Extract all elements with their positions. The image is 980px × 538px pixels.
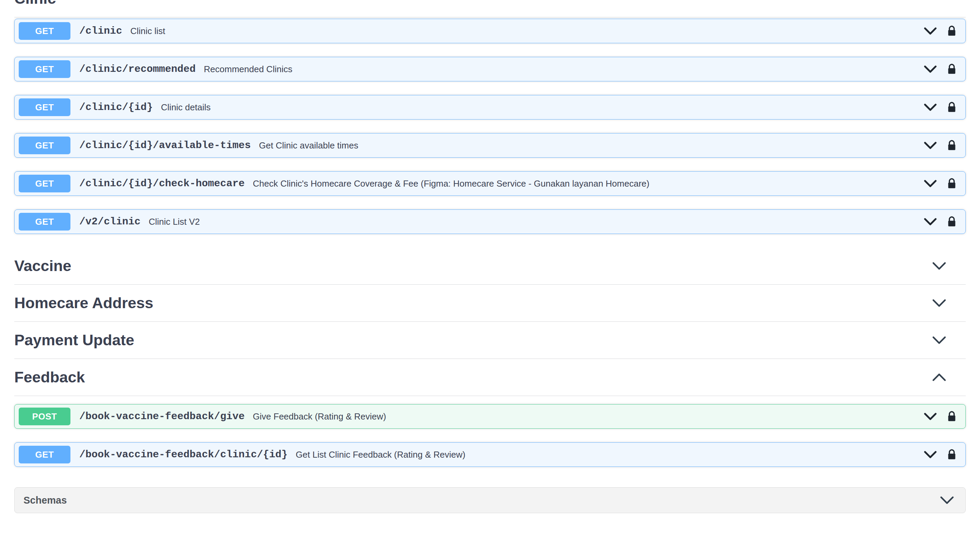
- schemas-section-bar[interactable]: Schemas: [14, 487, 966, 513]
- section-payment-update: Payment Update: [14, 322, 966, 359]
- method-badge: GET: [19, 60, 70, 78]
- endpoint-get-clinic-recommended[interactable]: GET /clinic/recommended Recommended Clin…: [14, 57, 966, 81]
- section-title-feedback: Feedback: [14, 368, 85, 387]
- chevron-down-icon[interactable]: [932, 299, 947, 307]
- schemas-title: Schemas: [24, 495, 67, 506]
- lock-icon[interactable]: [947, 216, 956, 228]
- section-title-vaccine: Vaccine: [14, 256, 72, 275]
- chevron-down-icon[interactable]: [924, 451, 937, 458]
- method-badge: POST: [19, 407, 70, 425]
- endpoint-get-v2-clinic[interactable]: GET /v2/clinic Clinic List V2: [14, 209, 966, 234]
- chevron-up-icon[interactable]: [932, 373, 947, 382]
- chevron-down-icon[interactable]: [924, 218, 937, 225]
- method-badge: GET: [19, 213, 70, 230]
- endpoint-post-feedback-give[interactable]: POST /book-vaccine-feedback/give Give Fe…: [14, 404, 966, 429]
- section-header-payment-update[interactable]: Payment Update: [14, 322, 966, 359]
- chevron-down-icon[interactable]: [940, 496, 955, 504]
- endpoint-get-feedback-clinic-id[interactable]: GET /book-vaccine-feedback/clinic/{id} G…: [14, 442, 966, 467]
- endpoint-summary: Clinic details: [161, 102, 924, 113]
- section-vaccine: Vaccine: [14, 247, 966, 285]
- section-title-clinic: Clinic: [14, 0, 56, 8]
- endpoint-path: /clinic/{id}/available-times: [79, 140, 251, 151]
- endpoint-path: /book-vaccine-feedback/give: [79, 411, 245, 422]
- section-title-homecare-address: Homecare Address: [14, 294, 153, 313]
- endpoint-summary: Get List Clinic Feedback (Rating & Revie…: [296, 449, 924, 460]
- endpoint-summary: Clinic List V2: [149, 217, 924, 227]
- method-badge: GET: [19, 446, 70, 463]
- chevron-down-icon[interactable]: [924, 65, 937, 73]
- chevron-down-icon[interactable]: [924, 142, 937, 149]
- endpoint-summary: Get Clinic available times: [259, 140, 924, 151]
- method-badge: GET: [19, 22, 70, 40]
- endpoint-path: /clinic/{id}/check-homecare: [79, 178, 245, 189]
- section-header-vaccine[interactable]: Vaccine: [14, 247, 966, 285]
- chevron-down-icon[interactable]: [924, 413, 937, 420]
- lock-icon[interactable]: [947, 139, 956, 152]
- endpoint-path: /book-vaccine-feedback/clinic/{id}: [79, 449, 288, 460]
- section-title-payment-update: Payment Update: [14, 330, 134, 350]
- chevron-down-icon[interactable]: [924, 27, 937, 35]
- api-docs: Clinic GET /clinic Clinic list GET: [0, 0, 980, 513]
- section-header-clinic[interactable]: Clinic: [14, 0, 966, 18]
- chevron-down-icon[interactable]: [924, 180, 937, 187]
- lock-icon[interactable]: [947, 449, 956, 461]
- chevron-down-icon[interactable]: [924, 104, 937, 111]
- section-homecare-address: Homecare Address: [14, 285, 966, 322]
- lock-icon[interactable]: [947, 410, 956, 423]
- endpoint-path: /v2/clinic: [79, 216, 140, 227]
- section-header-feedback[interactable]: Feedback: [14, 359, 966, 396]
- chevron-down-icon[interactable]: [932, 262, 947, 270]
- section-header-homecare-address[interactable]: Homecare Address: [14, 285, 966, 322]
- lock-icon[interactable]: [947, 63, 956, 75]
- endpoint-get-clinic-id[interactable]: GET /clinic/{id} Clinic details: [14, 95, 966, 120]
- lock-icon[interactable]: [947, 101, 956, 113]
- endpoint-path: /clinic: [79, 25, 122, 37]
- method-badge: GET: [19, 98, 70, 116]
- endpoint-get-clinic-check-homecare[interactable]: GET /clinic/{id}/check-homecare Check Cl…: [14, 171, 966, 196]
- lock-icon[interactable]: [947, 25, 956, 37]
- section-feedback: Feedback POST /book-vaccine-feedback/giv…: [14, 359, 966, 467]
- endpoint-get-clinic-available-times[interactable]: GET /clinic/{id}/available-times Get Cli…: [14, 133, 966, 158]
- lock-icon[interactable]: [947, 177, 956, 190]
- method-badge: GET: [19, 137, 70, 154]
- endpoint-summary: Check Clinic's Homecare Coverage & Fee (…: [253, 179, 924, 189]
- section-clinic: Clinic GET /clinic Clinic list GET: [14, 0, 966, 234]
- endpoint-summary: Give Feedback (Rating & Review): [253, 411, 924, 422]
- endpoint-path: /clinic/{id}: [79, 102, 153, 113]
- chevron-down-icon[interactable]: [932, 336, 947, 344]
- endpoint-path: /clinic/recommended: [79, 63, 196, 75]
- endpoint-summary: Clinic list: [130, 26, 924, 37]
- endpoint-summary: Recommended Clinics: [204, 64, 924, 75]
- method-badge: GET: [19, 175, 70, 192]
- endpoint-get-clinic[interactable]: GET /clinic Clinic list: [14, 19, 966, 43]
